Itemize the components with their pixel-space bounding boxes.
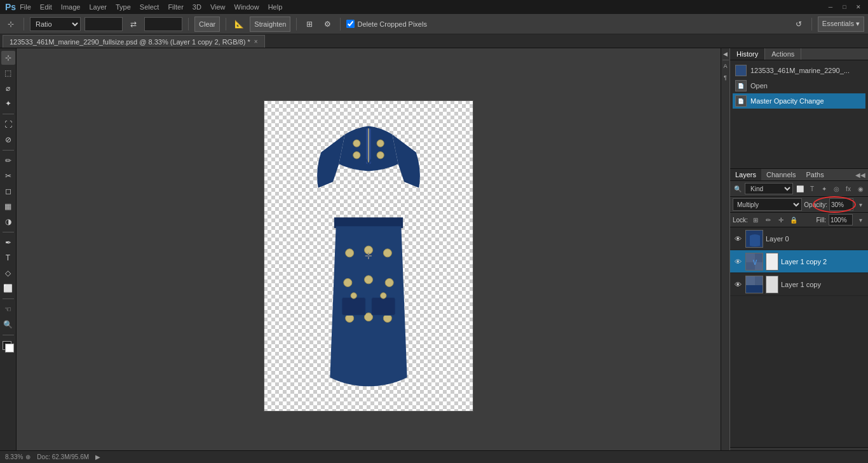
history-icon-1: 📄 bbox=[735, 80, 747, 91]
filter-icon-4[interactable]: ◎ bbox=[831, 184, 841, 194]
settings-icon[interactable]: ⚙ bbox=[320, 17, 334, 31]
panel-divider bbox=[722, 60, 729, 60]
grid-icon[interactable]: ⊞ bbox=[302, 17, 316, 31]
panel-left-strip: ◀ A ¶ bbox=[721, 48, 730, 463]
crop-tool-2[interactable]: ⛶ bbox=[1, 117, 15, 131]
shape-tool[interactable]: ⬜ bbox=[1, 281, 15, 295]
ratio-dropdown[interactable]: Ratio bbox=[30, 17, 81, 31]
history-item-2[interactable]: 📄 Master Opacity Change bbox=[733, 93, 865, 109]
color-swatch[interactable] bbox=[3, 341, 14, 352]
lt-sep-4 bbox=[3, 299, 14, 299]
layer-vis-2[interactable]: 👁 bbox=[733, 279, 743, 290]
tab-layers[interactable]: Layers bbox=[730, 169, 761, 180]
maximize-button[interactable]: □ bbox=[840, 3, 849, 11]
tab-history[interactable]: History bbox=[730, 48, 765, 60]
magic-wand-tool[interactable]: ✦ bbox=[1, 97, 15, 111]
layer-vis-1[interactable]: 👁 bbox=[733, 257, 743, 267]
reset-icon[interactable]: ↺ bbox=[792, 17, 806, 31]
fill-label: Fill: bbox=[816, 217, 826, 224]
blend-mode-dropdown[interactable]: Multiply bbox=[733, 198, 802, 211]
straighten-icon[interactable]: 📐 bbox=[232, 17, 246, 31]
lock-all-icon[interactable]: 🔒 bbox=[789, 215, 799, 225]
dodge-tool[interactable]: ◑ bbox=[1, 215, 15, 229]
close-button[interactable]: ✕ bbox=[854, 3, 863, 11]
doc-size-arrow[interactable]: ▶ bbox=[95, 453, 100, 460]
zoom-tool[interactable]: 🔍 bbox=[1, 318, 15, 332]
eyedropper-tool[interactable]: ⊘ bbox=[1, 133, 15, 147]
filter-toggle[interactable]: ◉ bbox=[855, 184, 865, 194]
menu-file[interactable]: File bbox=[20, 3, 31, 11]
menu-filter[interactable]: Filter bbox=[168, 3, 183, 11]
menu-image[interactable]: Image bbox=[61, 3, 81, 11]
fill-input[interactable] bbox=[829, 214, 853, 225]
essentials-button[interactable]: Essentials ▾ bbox=[818, 17, 864, 32]
panel-para-icon[interactable]: ¶ bbox=[724, 74, 727, 81]
select-tool[interactable]: ⬚ bbox=[1, 66, 15, 80]
menu-bar: File Edit Image Layer Type Select Filter… bbox=[20, 3, 282, 11]
crop-width-input[interactable] bbox=[85, 17, 123, 31]
menu-type[interactable]: Type bbox=[116, 3, 131, 11]
straighten-button[interactable]: Straighten bbox=[250, 17, 290, 32]
clone-tool[interactable]: ✂ bbox=[1, 169, 15, 183]
lock-brush-icon[interactable]: ✏ bbox=[763, 215, 773, 225]
lasso-tool[interactable]: ⌀ bbox=[1, 81, 15, 95]
menu-window[interactable]: Window bbox=[234, 3, 259, 11]
tab-paths[interactable]: Paths bbox=[801, 169, 829, 180]
filter-icon-2[interactable]: T bbox=[807, 184, 817, 194]
menu-help[interactable]: Help bbox=[268, 3, 283, 11]
zoom-level: 8.33% bbox=[5, 453, 23, 460]
svg-rect-16 bbox=[342, 297, 365, 315]
clear-button[interactable]: Clear bbox=[194, 17, 220, 32]
layer-vis-0[interactable]: 👁 bbox=[733, 234, 743, 244]
panel-collapse-icon[interactable]: ◀ bbox=[723, 51, 728, 57]
crop-tool[interactable]: ⊹ bbox=[1, 51, 15, 65]
layer-item-2[interactable]: 👁 Layer 1 copy bbox=[730, 273, 868, 296]
hand-tool[interactable]: ☜ bbox=[1, 302, 15, 316]
filter-icon-3[interactable]: ✦ bbox=[819, 184, 829, 194]
menu-layer[interactable]: Layer bbox=[89, 3, 107, 11]
lock-checkers-icon[interactable]: ⊞ bbox=[750, 215, 761, 225]
text-tool[interactable]: T bbox=[1, 251, 15, 265]
menu-3d[interactable]: 3D bbox=[193, 3, 201, 11]
layers-expand-button[interactable]: ◀◀ bbox=[855, 171, 865, 178]
history-item-1[interactable]: 📄 Open bbox=[733, 78, 865, 93]
tab-close-button[interactable]: × bbox=[254, 38, 258, 45]
delete-cropped-checkbox[interactable] bbox=[346, 20, 355, 28]
lt-sep-2 bbox=[3, 150, 14, 151]
document-tab[interactable]: 123533_461M_marine_2290_fullsize.psd @ 8… bbox=[3, 35, 265, 48]
svg-point-5 bbox=[353, 140, 360, 147]
layer-item-1[interactable]: 👁 V Layer 1 bbox=[730, 250, 868, 273]
tab-channels[interactable]: Channels bbox=[761, 169, 801, 180]
pen-tool[interactable]: ✒ bbox=[1, 236, 15, 250]
opacity-input[interactable] bbox=[829, 198, 853, 211]
eraser-tool[interactable]: ◻ bbox=[1, 184, 15, 198]
history-thumb-0 bbox=[735, 65, 747, 76]
layers-lock-row: Lock: ⊞ ✏ ✛ 🔒 Fill: ▾ bbox=[730, 213, 868, 227]
move-tool-icon[interactable]: ⊹ bbox=[4, 17, 18, 31]
minimize-button[interactable]: ─ bbox=[826, 3, 835, 11]
lock-move-icon[interactable]: ✛ bbox=[776, 215, 786, 225]
menu-edit[interactable]: Edit bbox=[40, 3, 52, 11]
panel-tools-icon[interactable]: A bbox=[723, 63, 727, 69]
filter-icon-1[interactable]: ⬜ bbox=[795, 184, 805, 194]
history-item-0[interactable]: 123533_461M_marine_2290_... bbox=[733, 63, 865, 78]
brush-tool[interactable]: ✏ bbox=[1, 154, 15, 168]
menu-view[interactable]: View bbox=[210, 3, 226, 11]
crop-height-input[interactable] bbox=[144, 17, 182, 31]
fill-arrow[interactable]: ▾ bbox=[855, 215, 865, 225]
filter-kind-dropdown[interactable]: Kind bbox=[745, 183, 793, 194]
history-panel-tabs: History Actions bbox=[730, 48, 868, 60]
swap-icon[interactable]: ⇄ bbox=[126, 17, 140, 31]
svg-point-10 bbox=[344, 278, 352, 286]
opacity-arrow[interactable]: ▾ bbox=[855, 199, 865, 210]
background-color[interactable] bbox=[5, 344, 14, 352]
gradient-tool[interactable]: ▦ bbox=[1, 199, 15, 213]
path-tool[interactable]: ◇ bbox=[1, 266, 15, 280]
layer-item-0[interactable]: 👁 Layer 0 bbox=[730, 227, 868, 250]
tab-actions[interactable]: Actions bbox=[765, 48, 801, 60]
title-bar: Ps File Edit Image Layer Type Select Fil… bbox=[0, 0, 868, 14]
layer-thumb-1: V bbox=[745, 253, 763, 271]
filter-icon-5[interactable]: fx bbox=[843, 184, 853, 194]
lt-sep-5 bbox=[3, 335, 14, 335]
menu-select[interactable]: Select bbox=[140, 3, 159, 11]
